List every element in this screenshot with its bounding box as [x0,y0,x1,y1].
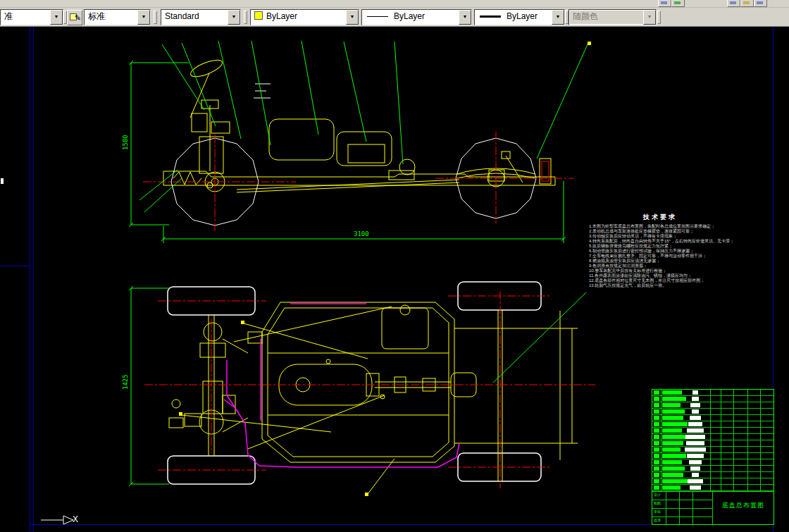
parts-row [652,421,774,428]
side-view-yellow [163,57,555,192]
tb-grid-line [721,390,721,491]
chevron-down-icon[interactable]: ▼ [50,10,63,25]
autocad-window: { "toolbar": { "layer_value": "准", "text… [0,0,789,532]
pencil-icon: ✎ [75,11,81,24]
sig-label: 审核 [654,508,666,516]
parts-row [652,453,774,459]
parts-row [652,434,774,440]
toolbar-icon[interactable] [754,0,767,7]
drawing-area[interactable]: 3100 1580 [0,27,789,532]
notes-body: 1.本图为轻型车底盘总布置图，装配时各总成位置按图示要求确定； 2.发动机总成与… [589,224,735,288]
ucs-icon [41,516,73,524]
toolbar-icon[interactable] [658,0,671,7]
chevron-down-icon[interactable]: ▼ [137,10,150,25]
parts-row [652,409,774,415]
parts-row [652,478,774,485]
top-toolbar: 准 ▼ ✎ 标准 ▼ Standard ▼ ByLayer ▼ ByLayer … [0,0,789,27]
toolbar-grip[interactable] [244,11,247,24]
parts-row [652,415,774,421]
toolbar-icon[interactable] [671,0,685,7]
make-layer-current-button[interactable]: ✎ [67,10,82,25]
linetype-combo[interactable]: ByLayer ▼ [361,9,472,25]
parts-row [652,485,774,491]
chevron-down-icon[interactable]: ▼ [228,10,240,25]
technical-notes: 技术要求 1.本图为轻型车底盘总布置图，装配时各总成位置按图示要求确定； 2.发… [589,213,735,288]
tb-grid-line [747,390,748,491]
sig-label: 批准 [654,516,666,524]
tb-grid-line [679,491,680,524]
tb-grid-line [733,390,734,491]
side-view-white [171,84,536,225]
chevron-down-icon[interactable]: ▼ [459,10,471,25]
color-combo[interactable]: ByLayer ▼ [250,9,359,25]
drawing-title: 底盘总布置图 [713,501,774,510]
notes-title: 技术要求 [607,213,713,222]
tb-grid-line [710,390,711,491]
linetype-value: ByLayer [394,11,425,21]
layer-combo-value: 准 [1,11,51,24]
title-block: 设计 制图 审核 批准 底盘总布置图 [652,389,774,525]
tb-grid-line [652,491,774,492]
lineweight-value: ByLayer [507,11,538,21]
parts-row [652,472,774,478]
svg-text:1580: 1580 [122,135,129,150]
ucs-x-label: X [73,514,78,524]
side-view-centerlines [143,132,573,231]
side-view-dimensions [129,41,588,243]
side-view-dim-text: 3100 1580 [122,135,369,237]
toolbar-icon[interactable] [727,0,740,7]
dim-style-value: Standard [162,11,228,24]
marker-squares [179,42,591,496]
layer-combo[interactable]: 准 ▼ [0,9,63,25]
plan-view-tires [168,282,541,484]
parts-row [652,402,774,409]
color-value: ByLayer [266,11,297,21]
toolbar-icon[interactable] [740,0,754,7]
dim-style-combo[interactable]: Standard ▼ [161,9,241,25]
plan-view-cable [224,304,459,467]
parts-row [652,447,774,453]
plan-view-dim-text: 1425 [122,374,129,390]
toolbar-grip[interactable] [657,11,661,24]
chevron-down-icon[interactable]: ▼ [346,10,359,25]
lineweight-sample-icon [480,16,501,18]
chevron-down-icon[interactable]: ▼ [552,10,564,25]
tb-grid-line [692,491,693,524]
tb-grid-line [760,390,761,491]
linetype-sample-icon [367,16,388,17]
parts-rows [652,390,774,491]
svg-text:1425: 1425 [122,374,129,390]
sig-label: 设计 [654,491,666,499]
svg-text:3100: 3100 [354,230,369,237]
plot-style-value: 随颜色 [570,11,644,24]
text-style-value: 标准 [85,11,138,24]
plot-style-combo: 随颜色 ▼ [569,9,657,25]
lineweight-combo[interactable]: ByLayer ▼ [474,9,565,25]
text-style-combo[interactable]: 标准 ▼ [84,9,151,25]
tb-grid-line [661,390,661,491]
parts-row [652,440,774,447]
parts-row [652,396,774,402]
parts-row [652,459,774,466]
parts-row [652,390,774,396]
toolbar-grip[interactable] [154,11,157,24]
toolbar-main-row: 准 ▼ ✎ 标准 ▼ Standard ▼ ByLayer ▼ ByLayer … [0,7,789,26]
parts-row [652,428,774,434]
chevron-down-icon: ▼ [643,10,656,25]
color-swatch-icon [254,11,263,20]
parts-row [652,466,774,472]
sig-label: 制图 [654,500,666,507]
